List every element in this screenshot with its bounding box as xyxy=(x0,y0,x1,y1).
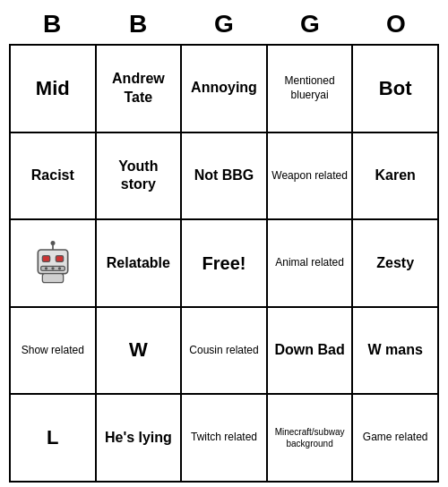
bingo-grid: Mid Andrew Tate Annoying Mentioned bluer… xyxy=(9,44,439,483)
header-o: O xyxy=(353,4,439,44)
cell-0-3[interactable]: Mentioned blueryai xyxy=(268,46,354,133)
cell-4-0[interactable]: L xyxy=(11,395,97,483)
cell-0-4[interactable]: Bot xyxy=(353,46,439,133)
cell-3-1[interactable]: W xyxy=(97,308,183,396)
cell-0-0[interactable]: Mid xyxy=(11,46,97,133)
robot-icon xyxy=(30,241,75,286)
cell-3-2[interactable]: Cousin related xyxy=(182,308,268,396)
cell-1-3[interactable]: Weapon related xyxy=(268,133,354,221)
header-b1: B xyxy=(9,4,95,44)
cell-1-2[interactable]: Not BBG xyxy=(182,133,268,221)
svg-point-8 xyxy=(58,267,61,269)
cell-4-1[interactable]: He's lying xyxy=(97,395,183,483)
svg-rect-4 xyxy=(56,256,63,262)
cell-0-2[interactable]: Annoying xyxy=(182,46,268,133)
cell-3-4[interactable]: W mans xyxy=(353,308,439,396)
header-g1: G xyxy=(181,4,267,44)
cell-4-2[interactable]: Twitch related xyxy=(182,395,268,483)
bingo-card: B B G G O Mid Andrew Tate Annoying Menti… xyxy=(9,4,439,483)
cell-4-4[interactable]: Game related xyxy=(353,395,439,483)
svg-rect-9 xyxy=(42,274,63,283)
cell-2-1[interactable]: Relatable xyxy=(97,220,183,308)
cell-1-0[interactable]: Racist xyxy=(11,133,97,221)
cell-4-3[interactable]: Minecraft/subway background xyxy=(268,395,354,483)
cell-2-4[interactable]: Zesty xyxy=(353,220,439,308)
cell-1-1[interactable]: Youth story xyxy=(97,133,183,221)
cell-3-0[interactable]: Show related xyxy=(11,308,97,396)
cell-3-3[interactable]: Down Bad xyxy=(268,308,354,396)
svg-point-2 xyxy=(50,241,55,245)
cell-2-2[interactable]: Free! xyxy=(182,220,268,308)
cell-0-1[interactable]: Andrew Tate xyxy=(97,46,183,133)
cell-2-3[interactable]: Animal related xyxy=(268,220,354,308)
svg-rect-3 xyxy=(42,256,49,262)
bingo-header: B B G G O xyxy=(9,4,439,44)
svg-point-7 xyxy=(51,267,54,269)
svg-point-6 xyxy=(45,267,47,269)
header-b2: B xyxy=(95,4,181,44)
header-g2: G xyxy=(267,4,353,44)
cell-2-0[interactable] xyxy=(11,220,97,308)
cell-1-4[interactable]: Karen xyxy=(353,133,439,221)
